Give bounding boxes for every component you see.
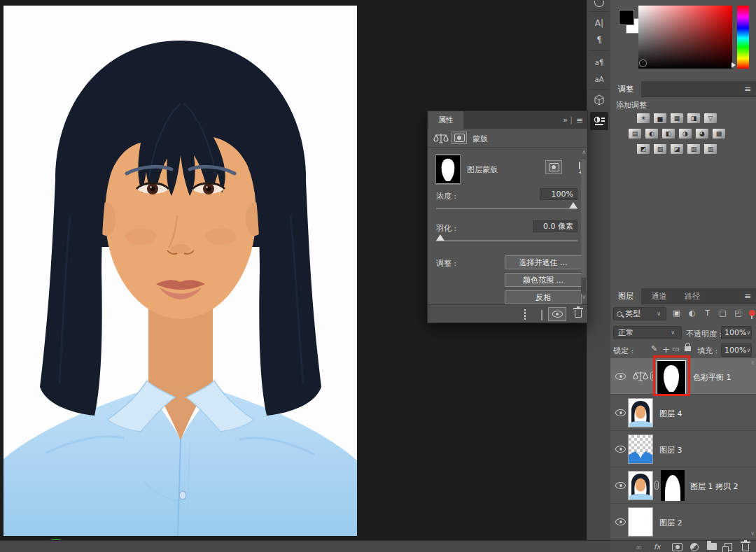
color-balance-adjustment-icon[interactable] bbox=[633, 371, 648, 382]
tab-paths[interactable]: 路径 bbox=[677, 288, 708, 304]
props-scroll-down[interactable]: ∨ bbox=[582, 294, 586, 300]
layer-thumbnail[interactable] bbox=[629, 399, 652, 427]
filter-type-layers-icon[interactable]: T bbox=[701, 307, 713, 319]
adjustment-scales-icon[interactable] bbox=[433, 133, 449, 144]
foreground-color-swatch[interactable] bbox=[619, 10, 634, 25]
color-lookup-icon[interactable]: ▩ bbox=[713, 129, 725, 139]
hue-slider-pointer[interactable] bbox=[732, 62, 736, 68]
props-scrollbar[interactable] bbox=[581, 157, 586, 295]
invert-icon[interactable]: ◩ bbox=[637, 144, 650, 154]
feather-slider-handle[interactable] bbox=[436, 234, 444, 241]
add-vector-mask-icon[interactable] bbox=[579, 162, 580, 171]
lock-all-icon[interactable] bbox=[685, 342, 691, 353]
select-mask-icon[interactable] bbox=[545, 160, 562, 174]
density-slider-handle[interactable] bbox=[569, 202, 578, 208]
document-photo[interactable] bbox=[4, 6, 357, 536]
filter-type-dropdown[interactable]: 类型 ∨ bbox=[613, 307, 666, 320]
load-selection-icon[interactable] bbox=[524, 310, 526, 319]
channel-mixer-icon[interactable]: ◕ bbox=[696, 129, 708, 139]
filter-pixel-layers-icon[interactable]: ▣ bbox=[671, 307, 682, 319]
lock-artboard-icon[interactable]: ▭ bbox=[672, 344, 679, 353]
paragraph-styles-panel-icon[interactable]: aA bbox=[587, 71, 611, 87]
layer-name: 图层 2 bbox=[659, 518, 682, 528]
filter-shape-layers-icon[interactable]: □ bbox=[717, 307, 729, 319]
delete-mask-icon[interactable] bbox=[575, 307, 582, 320]
tab-adjustments[interactable]: 调整 bbox=[610, 81, 641, 97]
mask-link-icon[interactable] bbox=[654, 481, 659, 492]
new-adjustment-layer-icon[interactable] bbox=[690, 543, 699, 551]
selective-color-icon[interactable]: ▧ bbox=[687, 144, 700, 154]
delete-layer-icon[interactable] bbox=[742, 541, 749, 551]
visibility-eye-icon[interactable] bbox=[615, 409, 626, 418]
filter-smart-object-icon[interactable]: ◰ bbox=[732, 307, 744, 319]
levels-icon[interactable]: ▅ bbox=[654, 113, 666, 123]
select-and-mask-button[interactable]: 选择并遮住 ... bbox=[505, 255, 582, 269]
layer-thumbnail-transparent[interactable] bbox=[629, 435, 652, 463]
vibrance-icon[interactable]: ▽ bbox=[704, 113, 717, 123]
layer-thumbnail[interactable] bbox=[629, 472, 652, 500]
layers-scroll-down[interactable]: ∨ bbox=[750, 530, 755, 537]
lock-paint-icon[interactable]: ✎ bbox=[651, 344, 657, 353]
lock-move-icon[interactable]: + bbox=[662, 344, 670, 355]
layer-row-4[interactable]: 图层 4 bbox=[610, 395, 756, 431]
threshold-icon[interactable]: ◪ bbox=[671, 144, 683, 154]
opacity-field[interactable]: 100% ∨ bbox=[721, 326, 752, 339]
props-scroll-up[interactable]: ∧ bbox=[582, 149, 586, 155]
apply-mask-icon[interactable] bbox=[541, 311, 542, 320]
properties-mask-thumbnail[interactable] bbox=[436, 155, 460, 184]
color-range-button[interactable]: 颜色范围 ... bbox=[505, 273, 582, 287]
mask-mode-icon[interactable] bbox=[451, 132, 467, 144]
color-balance-icon[interactable]: ◐ bbox=[645, 129, 658, 139]
layers-scroll-up[interactable]: ∧ bbox=[750, 360, 755, 366]
properties-panel-icon-active[interactable] bbox=[590, 112, 608, 130]
layer-row-3[interactable]: 图层 3 bbox=[610, 431, 756, 467]
hue-slider[interactable] bbox=[737, 6, 749, 69]
fill-field[interactable]: 100% ∨ bbox=[721, 344, 752, 357]
brightness-contrast-icon[interactable]: ☀ bbox=[637, 113, 650, 123]
feather-field[interactable]: 0.0 像素 bbox=[533, 220, 578, 232]
new-group-icon[interactable] bbox=[707, 541, 717, 550]
visibility-eye-icon[interactable] bbox=[615, 446, 626, 455]
character-panel-icon[interactable]: A| bbox=[587, 15, 611, 31]
properties-menu-icon[interactable]: ≡ bbox=[576, 115, 583, 125]
layer-mask-thumbnail[interactable] bbox=[661, 470, 685, 501]
hue-saturation-icon[interactable]: ▤ bbox=[629, 129, 641, 139]
color-saturation-field[interactable] bbox=[638, 6, 732, 69]
blend-mode-dropdown[interactable]: 正常 ∨ bbox=[613, 326, 682, 339]
feather-slider[interactable] bbox=[436, 240, 578, 241]
visibility-eye-icon[interactable] bbox=[615, 518, 626, 528]
clone-source-panel-icon[interactable] bbox=[587, 0, 611, 11]
tab-layers[interactable]: 图层 bbox=[610, 288, 641, 304]
color-field-marker[interactable] bbox=[640, 60, 646, 66]
3d-panel-icon[interactable] bbox=[587, 92, 611, 108]
add-layer-mask-icon[interactable] bbox=[672, 543, 682, 551]
layer-row-1-copy-2[interactable]: 图层 1 拷贝 2 bbox=[610, 467, 756, 504]
mask-visibility-eye-icon[interactable] bbox=[548, 307, 566, 321]
posterize-icon[interactable]: ▨ bbox=[654, 144, 666, 154]
tab-properties[interactable]: 属性 bbox=[428, 111, 463, 129]
new-layer-icon[interactable] bbox=[724, 543, 732, 551]
refine-label: 调整 : bbox=[436, 258, 456, 269]
visibility-eye-icon[interactable] bbox=[615, 482, 626, 491]
panel-menu-icon[interactable]: ≡ bbox=[744, 84, 751, 94]
exposure-icon[interactable]: ◨ bbox=[687, 113, 700, 123]
character-styles-panel-icon[interactable]: a¶ bbox=[587, 55, 611, 70]
layer-thumbnail-white[interactable] bbox=[629, 508, 652, 536]
curves-icon[interactable]: ▦ bbox=[671, 113, 683, 123]
paragraph-panel-icon[interactable]: ¶ bbox=[587, 32, 611, 48]
photo-filter-icon[interactable]: ◑ bbox=[679, 129, 692, 139]
layer-style-fx-icon[interactable]: fx bbox=[654, 543, 660, 551]
black-white-icon[interactable]: ◧ bbox=[662, 129, 675, 139]
visibility-eye-icon[interactable] bbox=[615, 373, 626, 382]
gradient-map-icon[interactable]: ▥ bbox=[704, 144, 717, 154]
invert-button[interactable]: 反相 bbox=[505, 290, 582, 304]
layer-row-2[interactable]: 图层 2 bbox=[610, 504, 756, 540]
filter-adjustment-layers-icon[interactable]: ◐ bbox=[686, 307, 698, 319]
collapse-panel-icon[interactable]: » bbox=[563, 115, 568, 125]
density-slider[interactable] bbox=[436, 208, 578, 209]
filter-toggle-icon[interactable] bbox=[746, 307, 756, 319]
layers-menu-icon[interactable]: ≡ bbox=[744, 291, 751, 301]
tab-channels[interactable]: 通道 bbox=[644, 288, 675, 304]
density-field[interactable]: 100% bbox=[540, 188, 578, 200]
link-layers-icon[interactable]: ∞ bbox=[636, 543, 642, 552]
